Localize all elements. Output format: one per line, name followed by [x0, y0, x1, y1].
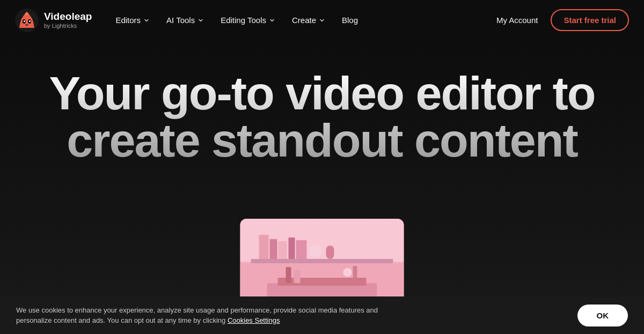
- svg-point-3: [24, 20, 25, 22]
- chevron-down-icon: [144, 18, 149, 23]
- video-thumbnail-svg: [240, 219, 404, 296]
- nav-item-editing-tools[interactable]: Editing Tools: [214, 11, 281, 29]
- svg-point-20: [343, 268, 352, 277]
- nav-item-blog[interactable]: Blog: [335, 11, 364, 29]
- cookie-text-content: We use cookies to enhance your experienc…: [16, 306, 378, 325]
- hero-title: Your go-to video editor to create stando…: [49, 70, 595, 164]
- logo[interactable]: Videoleap by Lightricks: [15, 9, 92, 32]
- svg-rect-8: [259, 235, 269, 259]
- hero-title-line1: Your go-to video editor to: [49, 66, 595, 120]
- navbar-right: My Account Start free trial: [488, 9, 629, 31]
- svg-rect-10: [279, 241, 287, 259]
- svg-point-13: [309, 244, 322, 257]
- chevron-down-icon: [269, 18, 275, 23]
- svg-point-4: [29, 20, 31, 22]
- svg-rect-7: [251, 259, 393, 263]
- logo-text: Videoleap by Lightricks: [44, 11, 92, 29]
- nav-item-create[interactable]: Create: [286, 11, 331, 29]
- nav-blog-label: Blog: [342, 16, 358, 25]
- brand-sub: by Lightricks: [44, 23, 92, 29]
- cookie-ok-button[interactable]: OK: [577, 305, 628, 326]
- cookie-settings-link[interactable]: Cookies Settings: [228, 316, 280, 324]
- video-preview-inner: [240, 219, 404, 296]
- svg-rect-21: [353, 266, 357, 278]
- chevron-down-icon: [319, 18, 325, 23]
- nav-editing-tools-label: Editing Tools: [221, 16, 266, 25]
- chevron-down-icon: [198, 18, 203, 23]
- nav-ai-tools-label: AI Tools: [166, 16, 195, 25]
- video-preview: [240, 219, 404, 296]
- nav-create-label: Create: [292, 16, 316, 25]
- navbar: Videoleap by Lightricks Editors AI Tools: [0, 0, 644, 40]
- my-account-link[interactable]: My Account: [488, 11, 547, 29]
- hero-title-line2: create standout content: [67, 114, 577, 167]
- nav-item-ai-tools[interactable]: AI Tools: [160, 11, 210, 29]
- svg-rect-12: [296, 240, 307, 259]
- nav-editors-label: Editors: [115, 16, 141, 25]
- logo-icon: [15, 9, 39, 32]
- svg-rect-9: [270, 239, 277, 259]
- brand-name: Videoleap: [44, 11, 92, 23]
- navbar-left: Videoleap by Lightricks Editors AI Tools: [15, 9, 364, 32]
- svg-rect-19: [294, 270, 301, 283]
- svg-rect-14: [326, 246, 334, 259]
- svg-rect-18: [286, 267, 291, 283]
- start-trial-button[interactable]: Start free trial: [551, 9, 629, 31]
- nav-items: Editors AI Tools Editing Tools: [109, 11, 364, 29]
- svg-rect-11: [289, 237, 295, 259]
- hero-section: Your go-to video editor to create stando…: [0, 40, 644, 296]
- nav-item-editors[interactable]: Editors: [109, 11, 156, 29]
- cookie-text: We use cookies to enhance your experienc…: [16, 305, 402, 326]
- cookie-banner: We use cookies to enhance your experienc…: [0, 296, 644, 334]
